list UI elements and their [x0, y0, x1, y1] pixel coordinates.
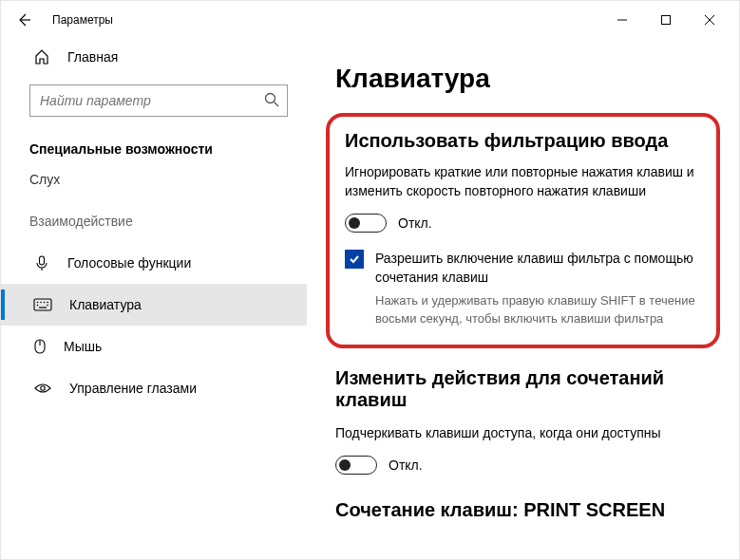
shortcut-section: Изменить действия для сочетаний клавиш П… — [335, 367, 711, 476]
sidebar-item-keyboard[interactable]: Клавиатура — [1, 284, 307, 326]
svg-point-14 — [47, 305, 48, 307]
svg-point-13 — [37, 305, 39, 307]
sidebar-item-label: Клавиатура — [69, 297, 142, 312]
window-title: Параметры — [52, 13, 113, 27]
section-label: Взаимодействие — [1, 193, 307, 233]
subcategory-hearing[interactable]: Слух — [1, 164, 307, 193]
sidebar: Главная Специальные возможности Слух Вза… — [1, 39, 307, 559]
sidebar-item-eye-control[interactable]: Управление глазами — [1, 367, 307, 409]
home-icon — [33, 48, 50, 65]
svg-rect-1 — [662, 16, 671, 25]
printscreen-heading: Сочетание клавиш: PRINT SCREEN — [335, 499, 720, 521]
filter-toggle[interactable] — [345, 214, 387, 233]
printscreen-section: Сочетание клавиш: PRINT SCREEN — [335, 499, 720, 521]
svg-point-11 — [44, 302, 46, 304]
sidebar-item-speech[interactable]: Голосовые функции — [1, 242, 307, 284]
shortcut-toggle[interactable] — [335, 456, 377, 475]
page-title: Клавиатура — [335, 64, 720, 94]
search-icon — [263, 91, 280, 108]
home-link[interactable]: Главная — [1, 39, 307, 75]
svg-rect-8 — [34, 299, 51, 310]
svg-line-5 — [275, 103, 279, 107]
svg-point-4 — [266, 94, 275, 103]
shortcut-toggle-label: Откл. — [389, 457, 423, 473]
back-button[interactable] — [9, 5, 39, 35]
sidebar-item-label: Управление глазами — [69, 381, 197, 396]
svg-point-18 — [41, 386, 45, 390]
svg-point-10 — [40, 302, 42, 304]
shortcut-description: Подчеркивать клавиши доступа, когда они … — [335, 424, 711, 443]
home-label: Главная — [67, 49, 118, 65]
microphone-icon — [33, 254, 50, 271]
close-button[interactable] — [688, 5, 731, 35]
sidebar-item-label: Голосовые функции — [67, 255, 191, 271]
filter-checkbox-label: Разрешить включение клавиш фильтра с пом… — [375, 250, 701, 287]
filter-toggle-label: Откл. — [398, 215, 432, 231]
keyboard-icon — [33, 298, 52, 311]
eye-icon — [33, 382, 52, 395]
sidebar-item-label: Мышь — [64, 339, 102, 354]
sidebar-item-mouse[interactable]: Мышь — [1, 326, 307, 367]
mouse-icon — [33, 338, 47, 355]
maximize-button[interactable] — [644, 5, 688, 35]
svg-point-9 — [37, 302, 39, 304]
svg-point-12 — [47, 302, 48, 304]
filter-shortcut-checkbox[interactable] — [345, 250, 364, 269]
filter-heading: Использовать фильтрацию ввода — [345, 130, 701, 152]
filter-checkbox-hint: Нажать и удерживать правую клавишу SHIFT… — [375, 292, 701, 327]
filter-keys-section: Использовать фильтрацию ввода Игнорирова… — [326, 113, 720, 348]
category-header: Специальные возможности — [1, 134, 307, 164]
filter-description: Игнорировать краткие или повторные нажат… — [345, 163, 701, 200]
minimize-button[interactable] — [600, 5, 644, 35]
search-input[interactable] — [29, 84, 288, 117]
shortcut-heading: Изменить действия для сочетаний клавиш — [335, 367, 711, 411]
content-area: Клавиатура Использовать фильтрацию ввода… — [307, 39, 739, 559]
svg-rect-6 — [40, 256, 45, 265]
